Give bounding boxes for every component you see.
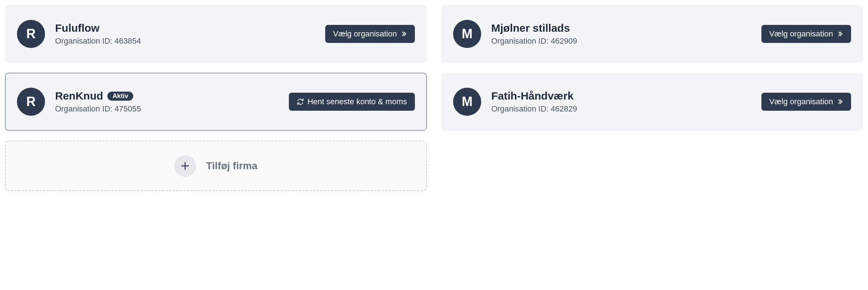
plus-icon	[174, 155, 196, 177]
avatar-initial: R	[26, 94, 36, 109]
select-organisation-button[interactable]: Vælg organisation	[761, 93, 851, 111]
avatar-initial: M	[462, 26, 473, 41]
organisation-card: R Fuluflow Organisation ID: 463854 Vælg …	[5, 5, 427, 63]
chevron-double-right-icon	[401, 31, 407, 37]
button-label: Vælg organisation	[333, 29, 397, 39]
avatar: M	[453, 20, 481, 48]
select-organisation-button[interactable]: Vælg organisation	[761, 25, 851, 43]
button-label: Vælg organisation	[769, 97, 833, 106]
add-company-card[interactable]: Tilføj firma	[5, 141, 427, 191]
organisation-name: Fatih-Håndværk	[491, 90, 573, 102]
organisation-name: RenKnud	[55, 90, 103, 102]
organisation-id: Organisation ID: 463854	[55, 36, 315, 46]
button-label: Vælg organisation	[769, 29, 833, 39]
select-organisation-button[interactable]: Vælg organisation	[325, 25, 415, 43]
chevron-double-right-icon	[837, 98, 843, 105]
avatar: M	[453, 88, 481, 116]
avatar-initial: R	[26, 26, 36, 41]
organisation-card: M Mjølner stillads Organisation ID: 4629…	[441, 5, 863, 63]
avatar: R	[17, 20, 45, 48]
fetch-latest-button[interactable]: Hent seneste konto & moms	[289, 93, 415, 111]
button-label: Hent seneste konto & moms	[308, 97, 407, 106]
organisation-info: RenKnud Aktiv Organisation ID: 475055	[55, 90, 279, 114]
organisation-id: Organisation ID: 462829	[491, 104, 751, 114]
organisation-info: Mjølner stillads Organisation ID: 462909	[491, 22, 751, 46]
organisation-id: Organisation ID: 462909	[491, 36, 751, 46]
avatar-initial: M	[462, 94, 473, 109]
organisation-grid: R Fuluflow Organisation ID: 463854 Vælg …	[0, 0, 868, 196]
add-company-label: Tilføj firma	[206, 160, 258, 172]
organisation-name: Mjølner stillads	[491, 22, 570, 34]
refresh-icon	[297, 98, 304, 105]
organisation-info: Fuluflow Organisation ID: 463854	[55, 22, 315, 46]
organisation-name: Fuluflow	[55, 22, 99, 34]
organisation-id: Organisation ID: 475055	[55, 104, 279, 114]
status-badge: Aktiv	[107, 92, 133, 101]
organisation-card: M Fatih-Håndværk Organisation ID: 462829…	[441, 73, 863, 131]
organisation-info: Fatih-Håndværk Organisation ID: 462829	[491, 90, 751, 114]
avatar: R	[17, 88, 45, 116]
organisation-card-active: R RenKnud Aktiv Organisation ID: 475055 …	[5, 73, 427, 131]
chevron-double-right-icon	[837, 31, 843, 37]
